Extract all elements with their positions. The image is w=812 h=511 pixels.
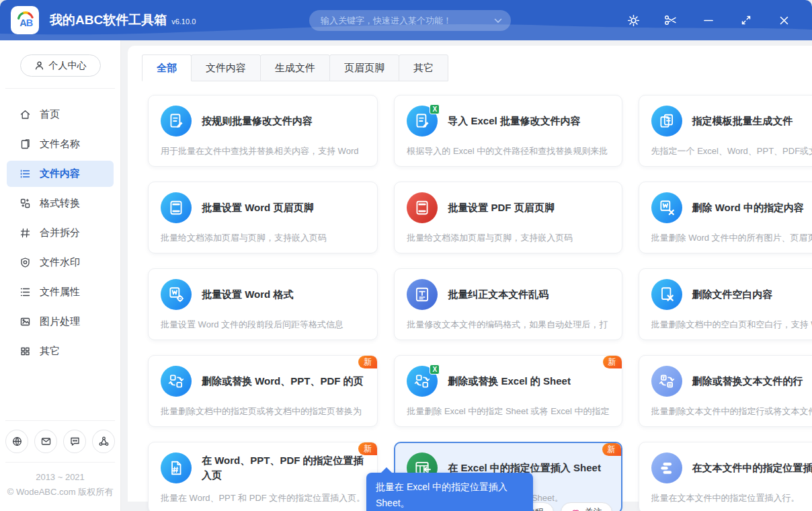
follow-button[interactable]: 关注	[561, 502, 612, 511]
sidebar-item-format-convert[interactable]: 格式转换	[7, 190, 114, 217]
new-badge: 新	[603, 356, 622, 368]
tool-card[interactable]: X 按规则批量修改文件内容 用于批量在文件中查找并替换相关内容，支持 Word	[148, 95, 378, 167]
app-title: 我的ABC软件工具箱 v6.10.0	[50, 0, 196, 40]
sidebar-item-file-name[interactable]: 文件名称	[7, 131, 114, 157]
tool-card-description: 批量删除文本文件中的指定行或将文本文件中的指定	[651, 405, 812, 418]
tool-card[interactable]: X 导入 Excel 批量修改文件内容 根据导入的 Excel 中的文件路径和查…	[394, 95, 622, 167]
sidebar-item-others-grid[interactable]: 其它	[7, 338, 114, 364]
close-icon[interactable]	[765, 0, 803, 40]
tool-card[interactable]: X 删除文件空白内容 批量删除文档中的空白页和空白行，支持 Word、Ex	[639, 268, 812, 340]
quick-search-box[interactable]	[309, 10, 511, 31]
app-logo: A B	[11, 6, 39, 34]
swap-pages-icon: X	[407, 366, 438, 397]
tool-card-description: 先指定一个 Excel、Word、PPT、PDF或文本文件作为	[651, 145, 812, 157]
sidebar-item-label: 文件水印	[40, 256, 80, 269]
tool-card-title: 删除或替换 Excel 的 Sheet	[448, 374, 571, 389]
profile-center-button[interactable]: 个人中心	[20, 54, 101, 77]
tool-card-title: 批量设置 Word 页眉页脚	[202, 200, 313, 216]
app-window: A B 我的ABC软件工具箱 v6.10.0	[0, 0, 812, 511]
tool-card-description: 用于批量在文件中查找并替换相关内容，支持 Word	[161, 145, 365, 157]
lines-insert-icon: X	[651, 453, 682, 483]
doc-header-footer-icon: X	[161, 192, 192, 223]
sidebar-item-label: 图片处理	[40, 315, 80, 328]
tab-label: 全部	[157, 62, 177, 75]
sidebar-item-image-process[interactable]: 图片处理	[7, 309, 114, 335]
tool-card[interactable]: X 批量设置 Word 格式 批量设置 Word 文件的段前段后间距等格式信息	[148, 268, 378, 340]
tool-card[interactable]: 新 X 删除或替换 Word、PPT、PDF 的页 批量删除文档中的指定页或将文…	[148, 355, 378, 427]
settings-gear-icon[interactable]	[614, 0, 652, 40]
tool-card-title: 在 Word、PPT、PDF 的指定位置插入页	[202, 453, 365, 483]
sidebar-nav: 首页 文件名称 文件内容 格式转换 合并拆分 文件水印 文件属性 图片处理 其它	[0, 94, 120, 420]
tool-card-description: 批量给文档添加页眉与页脚，支持嵌入页码	[407, 232, 609, 244]
sidebar-item-label: 首页	[40, 108, 60, 121]
browser-icon[interactable]	[5, 430, 28, 453]
tool-card-title: 删除或替换文本文件的行	[692, 374, 803, 389]
swap-pages-icon: X	[161, 366, 192, 397]
copyright-years: 2013 ~ 2021	[5, 470, 115, 485]
sidebar-item-home[interactable]: 首页	[7, 102, 114, 128]
doc-w-gear-icon: X	[161, 279, 192, 310]
tool-card[interactable]: 新 X 删除或替换文本文件的行 批量删除文本文件中的指定行或将文本文件中的指定	[639, 355, 812, 427]
watermark-icon	[19, 257, 31, 268]
tool-card[interactable]: 新 X 在文本文件中的指定位置插入行 批量在文本文件中的指定位置插入行。	[639, 442, 812, 511]
scissors-icon[interactable]	[652, 0, 690, 40]
copyright: 2013 ~ 2021 © WodeABC.com 版权所有	[5, 462, 115, 511]
new-badge: 新	[358, 356, 377, 368]
tool-card-description: 批量设置 Word 文件的段前段后间距等格式信息	[161, 319, 365, 331]
tab-label: 其它	[413, 62, 434, 75]
tool-card-description: 批量删除文档中的空白页和空白行，支持 Word、Ex	[651, 319, 812, 331]
copyright-owner: © WodeABC.com 版权所有	[5, 485, 115, 500]
tool-card[interactable]: 新 X 删除或替换 Excel 的 Sheet 批量删除 Excel 中的指定 …	[394, 355, 622, 427]
tooltip: 批量在 Excel 中的指定位置插入 Sheet。	[366, 473, 533, 511]
tool-card-description: 批量在文本文件中的指定位置插入行。	[651, 492, 812, 504]
heart-icon	[571, 508, 581, 511]
file-name-icon	[19, 139, 31, 150]
tool-card-description: 批量修改文本文件的编码格式，如果自动处理后，打	[407, 319, 609, 331]
tool-card-description: 批量在 Word、PPT 和 PDF 文件的指定位置插入页。	[161, 492, 365, 504]
share-icon[interactable]	[92, 430, 115, 453]
excel-x-badge: X	[430, 364, 440, 375]
tab-全部[interactable]: 全部	[142, 54, 192, 81]
tab-文件内容[interactable]: 文件内容	[191, 54, 261, 81]
tab-生成文件[interactable]: 生成文件	[260, 54, 330, 81]
main-panel: 全部 文件内容 生成文件 页眉页脚 其它 X 按规则批量修改文件内容 用于批量在…	[128, 46, 812, 502]
file-content-icon	[19, 168, 31, 180]
tab-label: 生成文件	[275, 62, 315, 75]
tool-card[interactable]: X 指定模板批量生成文件 先指定一个 Excel、Word、PPT、PDF或文本…	[639, 95, 812, 167]
mail-icon[interactable]	[34, 430, 57, 453]
sidebar-item-merge-split[interactable]: 合并拆分	[7, 220, 114, 246]
swap-lines-icon: X	[651, 366, 682, 397]
search-input[interactable]	[309, 15, 494, 26]
app-version: v6.10.0	[171, 17, 196, 26]
tool-card-title: 删除 Word 中的指定内容	[692, 200, 804, 216]
tool-card[interactable]: 新 X 在 Word、PPT、PDF 的指定位置插入页 批量在 Word、PPT…	[148, 442, 378, 511]
tool-card[interactable]: X 删除 Word 中的指定内容 批量删除 Word 文件中的所有图片、页眉页脚…	[639, 182, 812, 253]
sidebar-item-file-content[interactable]: 文件内容	[7, 161, 114, 187]
sidebar-item-file-props[interactable]: 文件属性	[7, 279, 114, 305]
minimize-icon[interactable]	[690, 0, 727, 40]
tool-card-title: 按规则批量修改文件内容	[202, 114, 313, 129]
tool-card-description: 根据导入的 Excel 中的文件路径和查找替换规则来批	[407, 145, 609, 157]
sidebar-item-label: 文件名称	[40, 138, 80, 151]
tool-card-description: 批量删除文档中的指定页或将文档中的指定页替换为	[161, 405, 365, 418]
sidebar-divider	[5, 88, 115, 89]
merge-split-icon	[19, 227, 31, 239]
tab-页眉页脚[interactable]: 页眉页脚	[329, 54, 399, 81]
maximize-icon[interactable]	[727, 0, 765, 40]
file-props-icon	[19, 286, 31, 298]
sidebar-item-watermark[interactable]: 文件水印	[7, 249, 114, 276]
sidebar-item-label: 其它	[40, 345, 60, 358]
tool-card-grid: X 按规则批量修改文件内容 用于批量在文件中查找并替换相关内容，支持 Word …	[128, 81, 812, 511]
image-process-icon	[19, 316, 31, 327]
tool-card[interactable]: X 批量设置 Word 页眉页脚 批量给文档添加页眉与页脚，支持嵌入页码	[148, 182, 378, 253]
others-grid-icon	[19, 346, 31, 357]
tool-card-description: 批量给文档添加页眉与页脚，支持嵌入页码	[161, 232, 365, 244]
tool-card-title: 批量设置 PDF 页眉页脚	[448, 200, 554, 216]
tab-其它[interactable]: 其它	[399, 54, 448, 81]
tool-card-title: 删除文件空白内容	[692, 287, 773, 303]
doc-copy-icon: X	[651, 106, 682, 136]
tool-card[interactable]: X 批量设置 PDF 页眉页脚 批量给文档添加页眉与页脚，支持嵌入页码	[394, 182, 622, 253]
chevron-down-icon[interactable]	[494, 18, 502, 24]
chat-icon[interactable]	[63, 430, 86, 453]
tool-card[interactable]: X 批量纠正文本文件乱码 批量修改文本文件的编码格式，如果自动处理后，打	[394, 268, 622, 340]
